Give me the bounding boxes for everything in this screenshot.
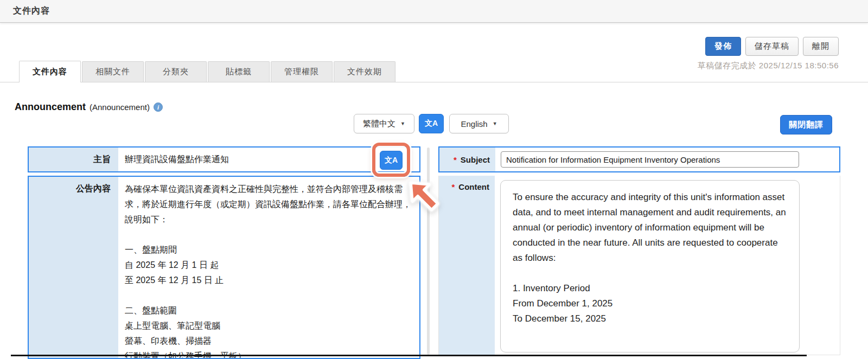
document-subtitle: (Announcement) [90,102,150,112]
target-language-dropdown[interactable]: English ▼ [449,114,509,133]
publish-button[interactable]: 發佈 [705,37,741,56]
source-language-label: 繁體中文 [363,119,395,129]
leave-button[interactable]: 離開 [803,37,839,56]
tab-document-content[interactable]: 文件內容 [19,61,81,82]
info-icon[interactable]: i [154,102,163,112]
translation-content-label: * Content [439,176,495,355]
tab-related-documents[interactable]: 相關文件 [82,61,144,82]
document-title: Announcement [15,101,86,113]
translate-button[interactable]: 文A [419,114,444,133]
translation-subject-cell [495,148,839,171]
translation-content-cell: To ensure the accuracy and integrity of … [495,176,840,355]
tab-bar: 文件內容 相關文件 分類夾 貼標籤 管理權限 文件效期 [0,61,868,82]
bottom-divider [11,355,807,356]
action-bar: 發佈 儲存草稿 離開 [705,37,839,56]
chevron-down-icon: ▼ [400,121,405,126]
panel-scrollbar[interactable] [427,148,430,355]
translate-icon: 文A [385,156,398,165]
translation-content-textarea[interactable]: To ensure the accuracy and integrity of … [500,180,800,352]
chevron-down-icon: ▼ [493,121,497,126]
subject-translate-button[interactable]: 文A [380,151,403,170]
source-content-field[interactable]: 為確保本單位資訊資產資料之正確性與完整性，並符合內部管理及稽核需求，將於近期進行… [118,177,419,358]
translation-content-label-text: Content [458,182,489,191]
document-heading: Announcement (Announcement) i [15,101,163,113]
target-language-label: English [461,119,487,129]
required-marker: * [452,182,455,191]
tab-permissions[interactable]: 管理權限 [271,61,333,82]
source-subject-row: 主旨 辦理資訊設備盤點作業通知 文A [28,146,420,172]
save-draft-button[interactable]: 儲存草稿 [745,37,799,56]
source-language-dropdown[interactable]: 繁體中文 ▼ [354,114,414,133]
source-content-label: 公告內容 [29,177,118,358]
tab-validity[interactable]: 文件效期 [334,61,395,82]
translate-icon: 文A [425,119,438,129]
source-content-row: 公告內容 為確保本單位資訊資產資料之正確性與完整性，並符合內部管理及稽核需求，將… [28,176,420,359]
translation-subject-row: * Subject [438,146,840,172]
translation-content-row: * Content To ensure the accuracy and int… [438,176,840,355]
source-subject-label: 主旨 [29,148,118,171]
tab-tags[interactable]: 貼標籤 [208,61,270,82]
translation-subject-label-text: Subject [461,155,490,164]
top-bar: 文件內容 [0,0,868,23]
source-subject-field[interactable]: 辦理資訊設備盤點作業通知 [118,148,419,171]
close-translation-button[interactable]: 關閉翻譯 [780,115,832,134]
required-marker: * [454,155,457,164]
page-title: 文件內容 [13,5,50,17]
translation-subject-input[interactable] [501,151,799,168]
translation-subject-label: * Subject [439,148,495,171]
tab-category-folder[interactable]: 分類夾 [145,61,207,82]
